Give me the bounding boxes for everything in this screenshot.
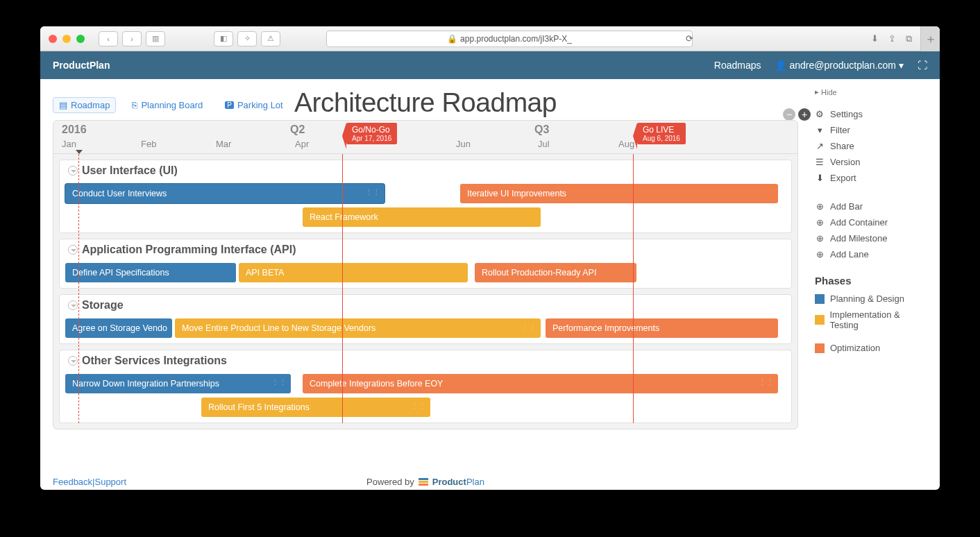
version-icon: ☰ (815, 157, 825, 167)
month-label: Aug (618, 139, 634, 149)
browser-window: ‹ › ▥ ◧ ✧ ⚠︎ 🔒 app.productplan.com/jI3kP… (40, 26, 940, 490)
ext2-button[interactable]: ✧ (237, 31, 257, 46)
add-milestone-button[interactable]: ⊕Add Milestone (815, 230, 927, 246)
roadmaps-link[interactable]: Roadmaps (714, 60, 761, 71)
settings-link[interactable]: ⚙Settings (815, 106, 927, 122)
parking-icon: P (225, 101, 234, 109)
lane-row: React Framework (60, 207, 791, 228)
support-link[interactable]: Support (94, 477, 126, 487)
warn-button[interactable]: ⚠︎ (261, 31, 280, 46)
share-icon: ↗ (815, 141, 825, 151)
powered-by: Powered by ProductPlan (366, 477, 484, 487)
timeline-bar[interactable]: API BETA (239, 263, 468, 282)
hide-toggle[interactable]: ▸ Hide (815, 87, 927, 96)
milestone-flag[interactable]: Go LIVEAug 6, 2016 (637, 123, 686, 144)
ext1-button[interactable]: ◧ (214, 31, 233, 46)
timeline-bar[interactable]: Conduct User Interviews⋮⋮ (65, 184, 385, 203)
milestone-line (342, 154, 343, 423)
content: Architecture Roadmap ▤Roadmap ⎘Planning … (40, 79, 940, 490)
new-tab-button[interactable]: ＋ (920, 26, 940, 51)
grip-icon: ⋮⋮ (271, 378, 287, 387)
lane-header[interactable]: Other Services Integrations (60, 350, 791, 371)
chevron-down-icon (68, 166, 78, 176)
grip-icon: ⋮⋮ (521, 323, 537, 332)
plus-icon: ⊕ (815, 217, 825, 228)
share-link[interactable]: ↗Share (815, 138, 927, 154)
month-label: Jan (62, 139, 76, 149)
version-link[interactable]: ☰Version (815, 154, 927, 170)
swatch-plan (815, 294, 825, 304)
add-bar-button[interactable]: ⊕Add Bar (815, 198, 927, 214)
lane-title: User Interface (UI) (82, 164, 178, 177)
export-link[interactable]: ⬇Export (815, 170, 927, 186)
chevron-down-icon (68, 356, 78, 366)
tab-roadmap[interactable]: ▤Roadmap (53, 97, 116, 113)
chevron-down-icon: ▾ (899, 60, 904, 71)
lane-header[interactable]: Storage (60, 295, 791, 316)
lane-row: Rollout First 5 Integrations⋮⋮ (60, 398, 791, 418)
lane-title: Application Programming Interface (API) (82, 244, 296, 256)
sidebar-button[interactable]: ▥ (146, 31, 165, 46)
lane-header[interactable]: User Interface (UI) (60, 160, 791, 181)
phase-implementation[interactable]: Implementation & Testing (815, 307, 927, 333)
tab-planning[interactable]: ⎘Planning Board (126, 97, 209, 113)
user-menu[interactable]: 👤 andre@productplan.com ▾ (775, 60, 904, 71)
swatch-impl (815, 315, 825, 325)
add-container-button[interactable]: ⊕Add Container (815, 214, 927, 230)
timeline-bar[interactable]: Iterative UI Improvements (460, 184, 778, 203)
tabs-icon[interactable]: ⧉ (906, 33, 912, 44)
month-label: Jul (538, 139, 550, 149)
lane: Other Services IntegrationsNarrow Down I… (59, 350, 792, 423)
milestone-line (633, 154, 634, 423)
month-label: Feb (141, 139, 156, 149)
phases-title: Phases (815, 275, 927, 287)
quarter-label: Q2 (290, 123, 305, 136)
minimize-icon[interactable] (62, 35, 71, 43)
lane-header[interactable]: Application Programming Interface (API) (60, 239, 791, 260)
ext-buttons: ◧ ✧ ⚠︎ (214, 31, 280, 46)
lane: Application Programming Interface (API)D… (59, 239, 792, 289)
timeline-bar[interactable]: Define API Specifications (65, 263, 236, 282)
fullscreen-button[interactable]: ⛶ (918, 60, 927, 71)
grip-icon: ⋮⋮ (411, 402, 426, 411)
zoom-out-button[interactable]: − (783, 108, 795, 121)
add-lane-button[interactable]: ⊕Add Lane (815, 246, 927, 262)
maximize-icon[interactable] (76, 35, 85, 43)
month-label: Mar (216, 139, 231, 149)
forward-button[interactable]: › (122, 31, 142, 46)
share-icon[interactable]: ⇪ (888, 33, 896, 44)
close-icon[interactable] (49, 35, 57, 43)
grip-icon: ⋮⋮ (365, 188, 380, 197)
timeline-bar[interactable]: Agree on Storage Vendo (65, 318, 172, 338)
zoom-in-button[interactable]: + (798, 108, 811, 121)
download-icon[interactable]: ⬇ (871, 33, 879, 44)
tab-parking[interactable]: PParking Lot (219, 97, 289, 113)
phase-planning[interactable]: Planning & Design (815, 291, 927, 307)
pp-logo-bars (419, 478, 428, 486)
export-icon: ⬇ (815, 173, 825, 183)
timeline-bar[interactable]: Performance Improvements (546, 318, 778, 338)
timeline-bar[interactable]: Narrow Down Integration Partnerships⋮⋮ (65, 374, 291, 393)
feedback-link[interactable]: Feedback (53, 477, 92, 487)
timeline-bar[interactable]: Rollout Production-Ready API (475, 263, 636, 282)
traffic-lights (49, 35, 85, 43)
month-label: Apr (295, 139, 309, 149)
lane: User Interface (UI)Conduct User Intervie… (59, 160, 792, 233)
filter-link[interactable]: ▾Filter (815, 122, 927, 138)
timeline-bar[interactable]: React Framework (303, 207, 541, 227)
month-label: Jun (456, 139, 471, 149)
timeline-bar[interactable]: Complete Integrations Before EOY⋮⋮ (303, 374, 778, 393)
quarter-label: Q3 (534, 123, 549, 136)
pp-logo-text: ProductPlan (432, 477, 484, 487)
zoom-controls: − + (783, 108, 811, 121)
phase-optimization[interactable]: Optimization (815, 340, 927, 356)
right-buttons: ⬇ ⇪ ⧉ (871, 33, 912, 44)
reload-icon[interactable]: ⟳ (686, 33, 693, 44)
roadmap-icon: ▤ (59, 100, 67, 110)
main-pane: Architecture Roadmap ▤Roadmap ⎘Planning … (40, 79, 811, 490)
timeline-bar[interactable]: Move Entire Product Line to New Storage … (175, 318, 541, 338)
timeline-bar[interactable]: Rollout First 5 Integrations⋮⋮ (201, 398, 430, 417)
address-bar[interactable]: 🔒 app.productplan.com/jI3kP-X_ (326, 31, 693, 47)
milestone-flag[interactable]: Go/No-GoApr 17, 2016 (346, 123, 397, 144)
back-button[interactable]: ‹ (99, 31, 118, 46)
